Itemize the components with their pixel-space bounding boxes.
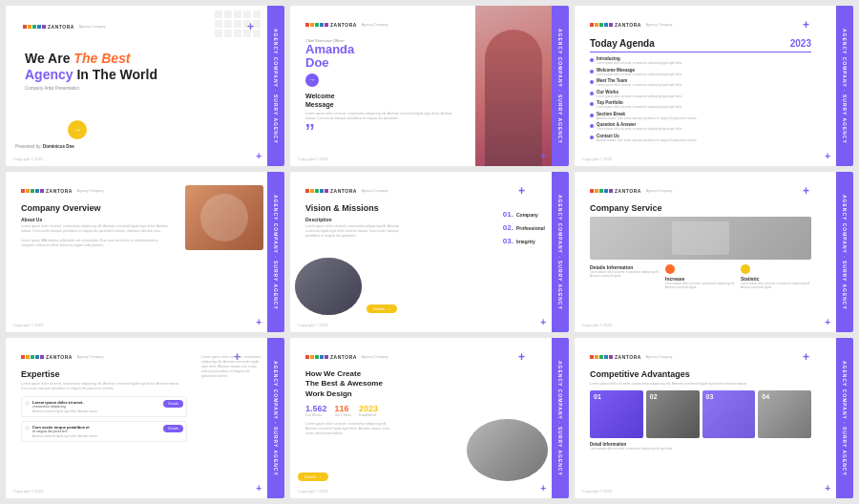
slide1-logo: ZANTORA Agency Company (23, 24, 106, 30)
stat3-label: Established (359, 413, 378, 417)
adv-detail-text: Lorem ipsum dolor sit amet, consectetur … (590, 448, 811, 452)
presented-by: Presented by: Dominicus Doe (15, 144, 74, 149)
about-text: Lorem ipsum dolor sit amet, consectetur … (21, 224, 168, 234)
statistic-icon (741, 264, 750, 274)
slide-bar: AGENCY COMPANY · SURRY AGENCY (552, 338, 569, 498)
work-image (467, 419, 548, 481)
company-label: Agency Company (79, 25, 106, 29)
agenda-item: IntroducingLorem ipsum dolor sit amet, c… (590, 56, 811, 65)
slide-bar: AGENCY COMPANY · SURRY AGENCY (552, 172, 569, 332)
advantages-grid: 01 02 03 04 (590, 390, 811, 438)
stat2-label: Our Clients (335, 413, 352, 417)
slide-bar: AGENCY COMPANY · SURRY AGENCY (267, 172, 284, 332)
slide3-logo: ZANTORA Agency Company (590, 22, 673, 28)
slide-title: Company Overview (21, 203, 168, 213)
welcome-title: WelcomeMessage (305, 92, 452, 109)
slide-bar: AGENCY COMPANY · SURRY AGENCY (267, 6, 284, 166)
slide4-logo: ZANTORA Agency Company (21, 188, 104, 194)
slide-title: How We CreateThe Best & AwesomeWork Desi… (305, 369, 452, 399)
plus-icon: + (803, 184, 809, 198)
about-text2: Lorem ipsum MIA ultrices sollicitudin es… (21, 239, 168, 248)
expertise-item: Cum sociis torque penatibus et at magnis… (21, 421, 187, 442)
vision-image (295, 258, 362, 315)
slide2-logo: ZANTORA Agency Company (305, 22, 388, 28)
bottom-plus: + (825, 151, 830, 161)
bottom-plus: + (825, 483, 830, 494)
intro-text: Lorem ipsum dolor sit amet, consectetur … (21, 382, 187, 391)
welcome-text: Lorem ipsum dolor sit amet, consectetur … (305, 112, 452, 121)
stat1-label: Our Works (305, 413, 327, 417)
slide-title: Expertise (21, 369, 187, 379)
details-text: Lorem ipsum dolor sit amet, consectetur … (590, 271, 660, 279)
desc-text: Lorem ipsum dolor sit amet, consectetur … (305, 224, 410, 239)
slide-company-service: ZANTORA Agency Company + Company Service… (575, 172, 853, 332)
copyright: Copyright © 2023 (13, 157, 43, 161)
adv-detail-row: Detail Information Lorem ipsum dolor sit… (590, 442, 811, 452)
adv-text: Lorem ipsum dolor sit amet, consectetur … (590, 382, 811, 387)
plus-icon: + (803, 350, 809, 364)
increase-text: Lorem ipsum dolor sit amet, consectetur … (665, 283, 736, 290)
copyright: Copyright © 2023 (582, 323, 612, 327)
about-label: About Us (21, 217, 168, 222)
stat1-num: 1.562 (305, 404, 327, 413)
bottom-plus: + (825, 317, 830, 327)
agenda-item: Top PortfolioLorem ipsum dolor sit amet,… (590, 100, 811, 109)
stat2-num: 116 (335, 404, 352, 413)
agenda-item: Question & AnswerLorem ipsum dolor sit a… (590, 122, 811, 131)
advantage-item-2: 02 (646, 390, 700, 438)
hero-decoration (215, 10, 261, 37)
hero-title-agency: Agency (25, 67, 73, 82)
hero-title-italic: The Best (73, 51, 130, 66)
slide-title: Company Service (590, 203, 811, 213)
details-btn[interactable]: Details → (298, 472, 328, 481)
advantage-item-4: 04 (758, 390, 811, 438)
bottom-plus: + (256, 317, 262, 327)
expertise-right-text: Lorem ipsum dolor sit amet, consectetur … (201, 355, 263, 378)
slide-bar: AGENCY COMPANY · SURRY AGENCY (836, 6, 853, 166)
slide-company-overview: ZANTORA Agency Company + Company Overvie… (6, 172, 284, 332)
details-btn[interactable]: Details (163, 400, 183, 408)
slide-hero: ZANTORA Agency Company + We Are The Best… (6, 6, 284, 166)
slide-title: Vision & Missions (305, 203, 527, 213)
ceo-btn[interactable]: → (305, 74, 319, 87)
slide8-logo: ZANTORA Agency Company (305, 354, 388, 360)
agenda-title: Today Agenda (590, 38, 655, 49)
agenda-item: Contact UsAenean massa. Cum sociis natoq… (590, 134, 811, 142)
agenda-item: Section BreakAenean massa. Cum sociis na… (590, 112, 811, 120)
agenda-item: Welcome MessageLorem ipsum dolor sit ame… (590, 68, 811, 76)
slide9-logo: ZANTORA Agency Company (590, 354, 673, 360)
bottom-plus: + (540, 483, 546, 494)
desc-label: Description (305, 217, 527, 222)
agenda-header: Today Agenda 2023 (590, 38, 811, 52)
slide-welcome: ZANTORA Agency Company + Chief Executive… (290, 6, 569, 166)
agenda-item: Meet The TeamLorem ipsum dolor sit amet,… (590, 78, 811, 87)
work-text: Lorem ipsum dolor sit amet, consectetur … (305, 422, 391, 436)
plus-icon: + (518, 350, 525, 364)
hero-title: We Are The Best Agency In The World (25, 51, 254, 83)
service-image (590, 217, 811, 260)
details-btn[interactable]: Details → (367, 304, 397, 313)
slide-vision: ZANTORA Agency Company + Vision & Missio… (290, 172, 569, 332)
bottom-plus: + (256, 151, 262, 161)
slide-agenda: ZANTORA Agency Company + Today Agenda 20… (575, 6, 853, 166)
slide-work-design: ZANTORA Agency Company + How We CreateTh… (290, 338, 569, 498)
stat3-num: 2023 (359, 404, 378, 413)
slide7-logo: ZANTORA Agency Company (21, 354, 104, 360)
hero-title-rest: In The World (76, 67, 157, 82)
slide-bar: AGENCY COMPANY · SURRY AGENCY (836, 338, 853, 498)
plus-icon: + (518, 184, 525, 198)
details-btn[interactable]: Details (163, 425, 183, 432)
expertise-item: Lorem ipsum dolor sit amet, consectetur … (21, 396, 187, 417)
slide-expertise: ZANTORA Agency Company + Expertise Lorem… (6, 338, 284, 498)
slide5-logo: ZANTORA Agency Company (305, 188, 388, 194)
brand-name: ZANTORA (48, 24, 74, 30)
quote-mark: ” (305, 126, 452, 142)
statistic-text: Lorem ipsum dolor sit amet, consectetur … (741, 283, 811, 290)
copyright: Copyright © 2023 (298, 489, 327, 494)
bottom-plus: + (540, 151, 546, 161)
yellow-arrow-btn[interactable]: → (68, 120, 87, 139)
agenda-item: Our WorksLorem ipsum dolor sit amet, con… (590, 90, 811, 98)
slide6-logo: ZANTORA Agency Company (590, 188, 673, 194)
hero-subtitle: Company Artist Presentation (25, 86, 254, 91)
copyright: Copyright © 2023 (298, 323, 327, 327)
